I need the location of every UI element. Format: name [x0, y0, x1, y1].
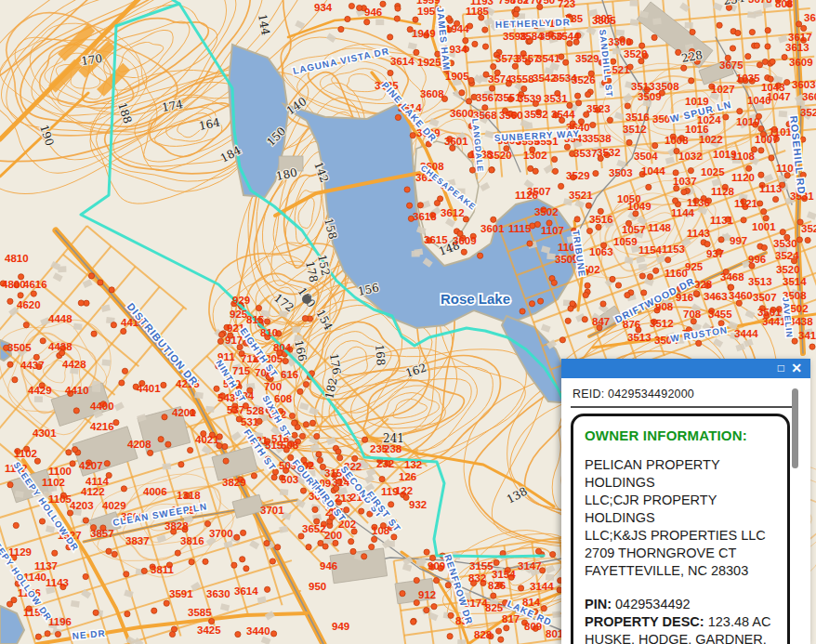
address-point: [303, 422, 309, 427]
parcel-number: 1025: [701, 166, 725, 177]
parcel-number: 543: [217, 392, 235, 403]
address-point: [434, 578, 440, 584]
close-icon[interactable]: ✕: [791, 360, 802, 377]
parcel-number: 3811: [151, 564, 175, 575]
parcel-number: 3504: [634, 151, 658, 162]
address-point: [491, 217, 496, 222]
address-point: [104, 461, 110, 467]
house-footprint: [416, 559, 425, 566]
parcel-number: 1144: [671, 207, 695, 218]
address-point: [178, 462, 184, 467]
parcel-number: 1059: [613, 236, 638, 247]
address-point: [275, 545, 281, 550]
parcel-number: 946: [320, 560, 337, 572]
parcel-number: 3701: [260, 505, 284, 516]
address-point: [40, 338, 46, 344]
parcel-number: 528: [246, 405, 265, 416]
address-point: [736, 300, 742, 306]
parcel-number: 4620: [17, 299, 41, 310]
address-point: [111, 322, 116, 328]
address-point: [491, 64, 496, 70]
parcel-number: 3700: [209, 528, 233, 539]
address-point: [773, 196, 779, 202]
parcel-number: 4616: [23, 279, 47, 290]
parcel-number: 1008: [665, 135, 689, 146]
parcel-number: 1131: [710, 215, 734, 226]
parcel-number: 3539: [518, 93, 542, 104]
address-point: [345, 16, 350, 21]
address-point: [805, 237, 810, 243]
parcel-number: 3444: [734, 328, 758, 339]
parcel-number: 3425: [197, 624, 221, 636]
scrollbar-thumb[interactable]: [792, 388, 798, 468]
address-point: [302, 316, 308, 322]
address-point: [162, 414, 167, 420]
parcel-number: 3520: [624, 48, 648, 59]
address-point: [414, 600, 419, 606]
address-point: [625, 293, 630, 298]
parcel-number: 3531: [544, 93, 568, 104]
parcel-number: 3468: [720, 271, 744, 283]
parcel-number: 3460: [729, 290, 753, 301]
address-point: [222, 443, 228, 449]
parcel-number: 1143: [687, 228, 710, 239]
address-point: [551, 280, 557, 285]
parcel-number: 238: [384, 443, 402, 454]
parcel-number: 1153: [662, 243, 685, 255]
parcel-number: 3530: [773, 238, 797, 249]
parcel-number: 3652: [302, 523, 326, 534]
parcel-number: 4438: [48, 341, 72, 352]
property-desc-row: PROPERTY DESC: 123.48 AC HUSKE, HODGE, G…: [585, 613, 780, 644]
address-point: [217, 338, 223, 344]
address-point: [552, 156, 558, 162]
parcel-number: 3154: [492, 569, 516, 580]
parcel-number: 1113: [759, 183, 782, 194]
address-point: [413, 17, 418, 22]
address-point: [306, 545, 311, 550]
parcel-number: 616: [281, 369, 298, 380]
address-point: [673, 198, 678, 204]
maximize-icon[interactable]: □: [778, 360, 784, 377]
address-point: [651, 34, 657, 40]
address-point: [469, 167, 475, 173]
address-point: [112, 551, 117, 557]
address-point: [467, 99, 472, 104]
parcel-number: 4207: [79, 460, 103, 471]
address-point: [98, 280, 103, 285]
address-point: [590, 122, 596, 127]
parcel-number: 750: [537, 0, 555, 6]
address-point: [234, 534, 240, 540]
address-point: [214, 386, 219, 391]
address-point: [585, 283, 590, 288]
parcel-number: 949: [332, 621, 349, 632]
parcel-number: 3440: [246, 625, 270, 637]
parcel-number: 1302: [523, 150, 547, 161]
parcel-number: 3524: [775, 250, 799, 261]
parcel-number: 4428: [62, 359, 86, 370]
property-desc-label: PROPERTY DESC:: [585, 614, 704, 629]
parcel-number: 826: [488, 580, 506, 591]
parcel-number: 4122: [81, 486, 105, 497]
parcel-number: 3514: [783, 276, 807, 287]
address-point: [796, 237, 802, 243]
address-point: [445, 583, 451, 588]
address-point: [801, 25, 807, 31]
house-footprint: [684, 22, 692, 29]
parcel-number: 3529: [566, 170, 590, 181]
address-point: [372, 536, 377, 542]
address-point: [300, 488, 306, 493]
address-point: [55, 631, 60, 637]
parcel-number: 3615: [424, 234, 448, 245]
address-point: [468, 77, 474, 83]
parcel-number: 828: [474, 629, 493, 640]
house-footprint: [163, 463, 172, 469]
popup-title-bar[interactable]: □ ✕: [561, 359, 810, 378]
parcel-number: 4400: [90, 401, 114, 412]
address-point: [23, 322, 29, 328]
address-point: [535, 548, 541, 554]
parcel-number: 1032: [678, 151, 703, 162]
address-point: [552, 168, 558, 174]
address-point: [235, 632, 241, 637]
parcel-number: 1049: [627, 201, 651, 212]
address-point: [646, 184, 651, 190]
